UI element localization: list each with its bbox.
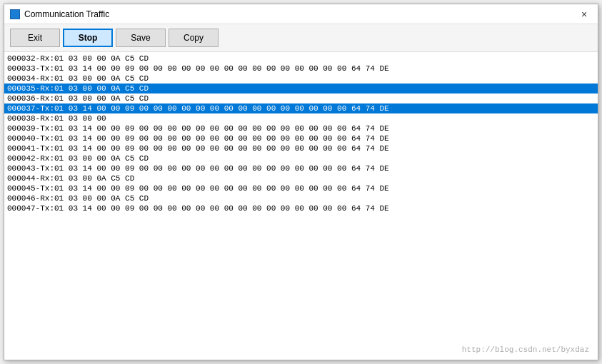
log-line[interactable]: 000040-Tx:01 03 14 00 00 09 00 00 00 00 …: [4, 133, 598, 143]
log-line[interactable]: 000046-Rx:01 03 00 00 0A C5 CD: [4, 193, 598, 203]
log-line[interactable]: 000039-Tx:01 03 14 00 00 09 00 00 00 00 …: [4, 123, 598, 133]
log-line[interactable]: 000043-Tx:01 03 14 00 00 09 00 00 00 00 …: [4, 163, 598, 173]
stop-button[interactable]: Stop: [63, 29, 113, 47]
log-line[interactable]: 000038-Rx:01 03 00 00: [4, 113, 598, 123]
copy-button[interactable]: Copy: [169, 29, 219, 47]
watermark-text: http://blog.csdn.net/byxdaz: [462, 345, 589, 354]
exit-button[interactable]: Exit: [10, 29, 60, 47]
close-button[interactable]: ×: [576, 6, 592, 22]
title-bar: Communication Traffic ×: [4, 4, 598, 24]
log-line[interactable]: 000032-Rx:01 03 00 00 0A C5 CD: [4, 54, 598, 64]
log-line[interactable]: 000041-Tx:01 03 14 00 00 09 00 00 00 00 …: [4, 143, 598, 153]
log-line[interactable]: 000037-Tx:01 03 14 00 00 09 00 00 00 00 …: [4, 103, 598, 113]
save-button[interactable]: Save: [116, 29, 166, 47]
log-line[interactable]: 000036-Rx:01 03 00 00 0A C5 CD: [4, 93, 598, 103]
log-line[interactable]: 000045-Tx:01 03 14 00 00 09 00 00 00 00 …: [4, 183, 598, 193]
log-line[interactable]: 000033-Tx:01 03 14 00 00 09 00 00 00 00 …: [4, 64, 598, 74]
window-icon: [10, 9, 20, 19]
log-content-area: 000032-Rx:01 03 00 00 0A C5 CD000033-Tx:…: [4, 52, 598, 360]
log-line[interactable]: 000035-Rx:01 03 00 00 0A C5 CD: [4, 84, 598, 93]
log-container: 000032-Rx:01 03 00 00 0A C5 CD000033-Tx:…: [4, 54, 598, 213]
log-line[interactable]: 000044-Rx:01 03 00 0A C5 CD: [4, 173, 598, 183]
log-line[interactable]: 000042-Rx:01 03 00 00 0A C5 CD: [4, 153, 598, 163]
log-line[interactable]: 000047-Tx:01 03 14 00 00 09 00 00 00 00 …: [4, 203, 598, 213]
toolbar: Exit Stop Save Copy: [4, 24, 598, 52]
main-window: Communication Traffic × Exit Stop Save C…: [4, 4, 598, 360]
window-title: Communication Traffic: [24, 9, 576, 19]
log-line[interactable]: 000034-Rx:01 03 00 00 0A C5 CD: [4, 74, 598, 84]
